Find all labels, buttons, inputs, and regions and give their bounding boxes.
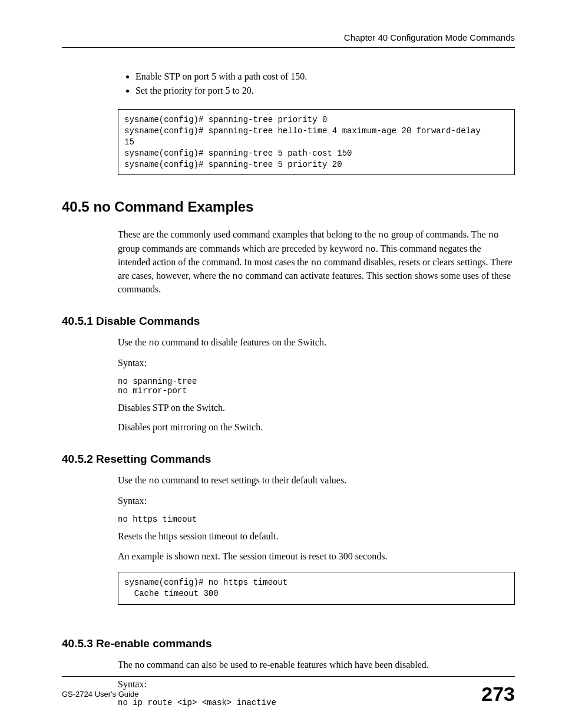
syntax-label: Syntax:: [118, 495, 515, 508]
subsection-heading-4053: 40.5.3 Re-enable commands: [62, 637, 515, 650]
page-body: Enable STP on port 5 with a path cost of…: [62, 71, 515, 707]
list-item: Enable STP on port 5 with a path cost of…: [135, 71, 515, 82]
paragraph: Use the no command to reset settings to …: [118, 474, 515, 487]
code-box-https-timeout: sysname(config)# no https timeout Cache …: [118, 572, 515, 605]
paragraph: Resets the https session timeout to defa…: [118, 530, 515, 543]
chapter-title: Chapter 40 Configuration Mode Commands: [344, 32, 515, 42]
footer-page-number: 273: [481, 683, 515, 706]
paragraph: Disables port mirroring on the Switch.: [118, 421, 515, 434]
paragraph: An example is shown next. The session ti…: [118, 550, 515, 563]
page-footer: GS-2724 User's Guide 273: [62, 676, 515, 706]
intro-bullet-list: Enable STP on port 5 with a path cost of…: [118, 71, 515, 96]
code-snippet: no spanning-tree no mirror-port: [118, 377, 515, 396]
page-header: Chapter 40 Configuration Mode Commands: [62, 32, 515, 48]
section-405-paragraph: These are the commonly used command exam…: [118, 228, 515, 296]
code-box-spanning-tree: sysname(config)# spanning-tree priority …: [118, 109, 515, 175]
section-heading-405: 40.5 no Command Examples: [62, 199, 515, 215]
paragraph: Use the no command to disable features o…: [118, 336, 515, 350]
list-item: Set the priority for port 5 to 20.: [135, 85, 515, 96]
paragraph: Disables STP on the Switch.: [118, 401, 515, 414]
code-snippet: no https timeout: [118, 515, 515, 524]
paragraph: The no command can also be used to re-en…: [118, 658, 515, 671]
document-page: Chapter 40 Configuration Mode Commands E…: [0, 0, 562, 728]
subsection-heading-4051: 40.5.1 Disable Commands: [62, 315, 515, 328]
syntax-label: Syntax:: [118, 357, 515, 370]
subsection-heading-4052: 40.5.2 Resetting Commands: [62, 453, 515, 466]
footer-guide-name: GS-2724 User's Guide: [62, 690, 138, 699]
